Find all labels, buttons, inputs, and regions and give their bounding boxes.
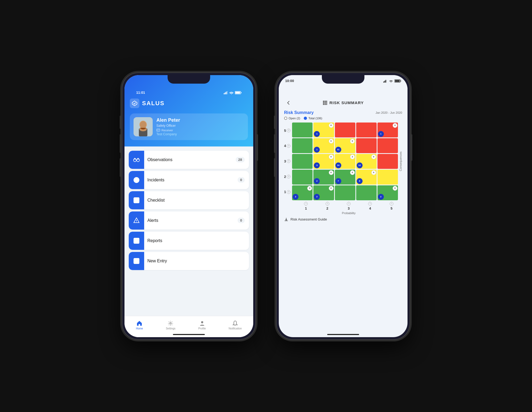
svg-rect-20 bbox=[135, 241, 136, 243]
matrix-cell-r2-c1[interactable] bbox=[292, 170, 313, 185]
probability-section: ? ? ? ? ? 1 2 3 4 5 Probability bbox=[295, 202, 402, 215]
volume-up-button[interactable] bbox=[120, 134, 121, 153]
matrix-cell-r5-c4[interactable] bbox=[356, 123, 377, 137]
matrix-cell-r3-c5[interactable] bbox=[377, 154, 398, 169]
menu-item-observations[interactable]: Observations 28 bbox=[129, 151, 249, 169]
matrix-cell-r4-c3[interactable]: 031 bbox=[335, 138, 355, 153]
prob-help-1[interactable]: ? bbox=[304, 202, 308, 206]
home-screen: 11:01 SALUS bbox=[124, 75, 253, 337]
probability-label: Probability bbox=[295, 211, 402, 215]
mute-button[interactable] bbox=[120, 116, 121, 129]
matrix-cell-r2-c4[interactable]: 08 bbox=[356, 170, 377, 185]
svg-rect-36 bbox=[325, 102, 326, 104]
home-nav-icon bbox=[136, 320, 142, 326]
phone2-mute-button[interactable] bbox=[274, 116, 276, 129]
profile-receiver: Receiver bbox=[156, 129, 180, 132]
home-indicator bbox=[173, 334, 205, 335]
risk-summary-label: Risk Summary bbox=[284, 110, 314, 115]
svg-point-24 bbox=[170, 323, 171, 324]
matrix-cell-r4-c5[interactable] bbox=[377, 138, 398, 153]
menu-item-alerts[interactable]: Alerts 0 bbox=[129, 211, 249, 230]
incidents-badge: 0 bbox=[238, 177, 245, 183]
legend-total-dot bbox=[304, 117, 307, 120]
help-icon-2[interactable]: ? bbox=[287, 175, 290, 178]
new-entry-icon-bg bbox=[129, 252, 144, 270]
matrix-cell-r1-c2[interactable]: 02 bbox=[313, 185, 334, 200]
matrix-wrapper: 5 ? 4 ? 3 ? 2 ? bbox=[284, 123, 402, 200]
y-label-3: 3 ? bbox=[284, 154, 290, 169]
help-icon-5[interactable]: ? bbox=[287, 129, 290, 132]
total-badge-r3-c3: 34 bbox=[335, 162, 341, 168]
alerts-label: Alerts bbox=[147, 218, 234, 223]
risk-guide-label: Risk Assessment Guide bbox=[290, 217, 327, 221]
legend-open-dot bbox=[284, 117, 287, 120]
risk-status-time: 10:00 bbox=[285, 79, 294, 83]
volume-down-button[interactable] bbox=[120, 158, 121, 177]
incidents-icon-bg bbox=[129, 171, 144, 189]
reports-label: Reports bbox=[147, 238, 245, 243]
matrix-cell-r5-c5[interactable]: 01 bbox=[377, 123, 398, 137]
risk-status-icons bbox=[383, 79, 401, 83]
risk-page-title: RISK SUMMARY bbox=[330, 100, 364, 105]
matrix-cell-r1-c4[interactable] bbox=[356, 185, 377, 200]
open-badge-r1-c1: 0 bbox=[307, 186, 312, 191]
open-badge-r2-c3: 0 bbox=[350, 170, 355, 175]
total-badge-r1-c5: 2 bbox=[378, 194, 384, 200]
matrix-cell-r3-c3[interactable]: 234 bbox=[335, 154, 355, 169]
open-badge-r1-c5: 0 bbox=[393, 186, 397, 191]
help-icon-3[interactable]: ? bbox=[287, 159, 290, 163]
power-button[interactable] bbox=[256, 134, 258, 161]
menu-list: Observations 28 Incidents 0 bbox=[124, 146, 253, 316]
matrix-cell-r3-c2[interactable]: 03 bbox=[313, 154, 334, 169]
nav-profile-label: Profile bbox=[198, 327, 206, 330]
matrix-cell-r1-c3[interactable] bbox=[335, 185, 355, 200]
matrix-cell-r5-c1[interactable] bbox=[292, 123, 313, 137]
matrix-cell-r2-c3[interactable]: 07 bbox=[335, 170, 355, 185]
matrix-cell-r3-c1[interactable] bbox=[292, 154, 313, 169]
matrix-cell-r5-c2[interactable]: 01 bbox=[313, 123, 334, 137]
phone2-power-button[interactable] bbox=[411, 134, 412, 161]
matrix-cell-r3-c4[interactable]: 012 bbox=[356, 154, 377, 169]
nav-home[interactable]: Home bbox=[136, 320, 143, 330]
prob-help-3[interactable]: ? bbox=[347, 202, 351, 206]
menu-item-reports[interactable]: Reports bbox=[129, 232, 249, 250]
help-icon-4[interactable]: ? bbox=[287, 144, 290, 148]
help-icon-1[interactable]: ? bbox=[287, 190, 290, 194]
checklist-label: Checklist bbox=[147, 198, 245, 203]
phone-2: 10:00 bbox=[277, 73, 410, 339]
matrix-cell-r5-c3[interactable] bbox=[335, 123, 355, 137]
risk-content: Risk Summary Jan 2020 - Jun 2020 Open (2… bbox=[279, 110, 408, 337]
matrix-cell-r2-c5[interactable] bbox=[377, 170, 398, 185]
avatar bbox=[134, 117, 153, 136]
matrix-cell-r4-c4[interactable] bbox=[356, 138, 377, 153]
matrix-cell-r4-c2[interactable]: 01 bbox=[313, 138, 334, 153]
status-icons bbox=[224, 91, 242, 94]
matrix-cell-r1-c5[interactable]: 02 bbox=[377, 185, 398, 200]
nav-notification[interactable]: Notification bbox=[229, 320, 242, 330]
menu-item-new-entry[interactable]: New Entry bbox=[129, 252, 249, 270]
total-badge-r1-c1: 2 bbox=[293, 194, 298, 200]
phone2-home-indicator bbox=[327, 334, 359, 335]
back-button[interactable] bbox=[284, 99, 293, 107]
phone2-volume-down-button[interactable] bbox=[274, 158, 276, 177]
phone2-volume-up-button[interactable] bbox=[274, 134, 276, 153]
menu-item-incidents[interactable]: Incidents 0 bbox=[129, 171, 249, 189]
prob-help-2[interactable]: ? bbox=[326, 202, 329, 206]
prob-help-5[interactable]: ? bbox=[390, 202, 393, 206]
observations-icon-bg bbox=[129, 151, 144, 169]
menu-item-checklist[interactable]: Checklist bbox=[129, 191, 249, 209]
risk-assessment-guide[interactable]: Risk Assessment Guide bbox=[284, 217, 402, 222]
prob-numbers-row: 1 2 3 4 5 bbox=[295, 206, 402, 210]
phone-1-screen: 11:01 SALUS bbox=[124, 75, 253, 337]
consequences-label: Consequences bbox=[399, 152, 402, 171]
profile-nav-icon bbox=[199, 320, 205, 326]
open-badge-r4-c3: 0 bbox=[350, 139, 355, 144]
nav-settings[interactable]: Settings bbox=[166, 320, 175, 330]
profile-card[interactable]: Alen Peter Safety Officer Receiver Test … bbox=[130, 113, 248, 140]
prob-help-4[interactable]: ? bbox=[368, 202, 372, 206]
matrix-cell-r4-c1[interactable] bbox=[292, 138, 313, 153]
matrix-cell-r2-c2[interactable]: 02 bbox=[313, 170, 334, 185]
matrix-cell-r1-c1[interactable]: 02 bbox=[292, 185, 313, 200]
svg-rect-34 bbox=[326, 101, 327, 102]
nav-profile[interactable]: Profile bbox=[198, 320, 206, 330]
